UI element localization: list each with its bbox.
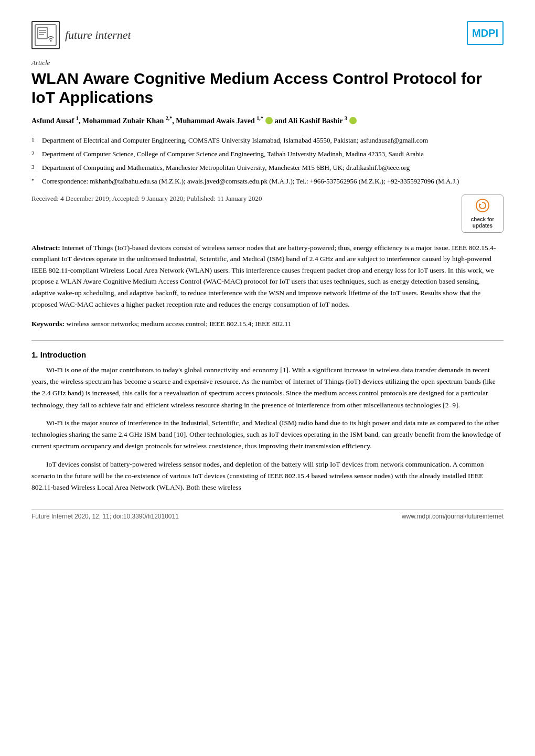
affiliation-2: 2 Department of Computer Science, Colleg… xyxy=(31,149,504,159)
journal-logo: future internet xyxy=(31,21,131,49)
section-1-title: 1. Introduction xyxy=(31,350,504,359)
affiliation-3: 3 Department of Computing and Mathematic… xyxy=(31,163,504,173)
journal-icon-svg xyxy=(34,23,58,47)
affiliation-num-1: 1 xyxy=(31,135,39,146)
section-1-label: Introduction xyxy=(40,350,86,359)
check-updates-icon xyxy=(475,198,490,215)
svg-point-5 xyxy=(50,40,52,42)
section-1-num: 1. xyxy=(31,350,38,359)
keywords-label: Keywords: xyxy=(31,320,65,328)
mdpi-label: MDPI xyxy=(472,27,498,39)
abstract-label: Abstract: xyxy=(31,244,60,252)
article-title: WLAN Aware Cognitive Medium Access Contr… xyxy=(31,69,504,107)
affiliation-text-2: Department of Computer Science, College … xyxy=(42,149,424,159)
section-divider xyxy=(31,340,504,341)
affiliation-num-3: 3 xyxy=(31,163,39,173)
affiliation-text-1: Department of Electrical and Computer En… xyxy=(42,135,428,146)
page-header: future internet MDPI xyxy=(31,21,504,49)
footer-left: Future Internet 2020, 12, 11; doi:10.339… xyxy=(31,513,179,520)
publication-dates: Received: 4 December 2019; Accepted: 9 J… xyxy=(31,195,451,203)
section-1-para-2: Wi-Fi is the major source of interferenc… xyxy=(31,417,504,452)
abstract-block: Abstract: Internet of Things (IoT)-based… xyxy=(31,242,504,310)
footer-right: www.mdpi.com/journal/futureinternet xyxy=(402,513,504,520)
check-updates-svg xyxy=(475,198,490,213)
mdpi-logo: MDPI xyxy=(467,21,504,45)
section-1-para-1: Wi-Fi is one of the major contributors t… xyxy=(31,364,504,411)
affiliation-correspondence: * Correspondence: mkhanb@taibahu.edu.sa … xyxy=(31,176,504,187)
check-updates-badge[interactable]: check forupdates xyxy=(462,195,504,233)
affiliation-num-2: 2 xyxy=(31,149,39,159)
author-and: and Ali Kashif Bashir 3 xyxy=(275,117,347,125)
affiliation-1: 1 Department of Electrical and Computer … xyxy=(31,135,504,146)
orcid-icon-1 xyxy=(265,117,273,124)
abstract-text: Internet of Things (IoT)-based devices c… xyxy=(31,244,496,308)
section-1-para-3: IoT devices consist of battery-powered w… xyxy=(31,459,504,494)
keywords-block: Keywords: wireless sensor networks; medi… xyxy=(31,318,504,330)
orcid-icon-2 xyxy=(349,117,357,124)
affiliation-num-star: * xyxy=(31,176,39,187)
journal-name: future internet xyxy=(65,28,131,42)
authors-block: Asfund Ausaf 1, Mohammad Zubair Khan 2,*… xyxy=(31,114,504,127)
affiliation-text-star: Correspondence: mkhanb@taibahu.edu.sa (M… xyxy=(42,176,459,187)
svg-rect-1 xyxy=(38,27,47,39)
journal-icon-box xyxy=(31,21,60,49)
article-type: Article xyxy=(31,59,504,67)
keywords-text: wireless sensor networks; medium access … xyxy=(66,320,291,328)
dates-row: Received: 4 December 2019; Accepted: 9 J… xyxy=(31,195,504,233)
svg-marker-7 xyxy=(479,203,482,206)
affiliations-block: 1 Department of Electrical and Computer … xyxy=(31,135,504,187)
svg-point-6 xyxy=(476,199,489,212)
author-1: Asfund Ausaf 1, Mohammad Zubair Khan 2,*… xyxy=(31,117,263,125)
svg-rect-0 xyxy=(35,25,56,46)
affiliation-text-3: Department of Computing and Mathematics,… xyxy=(42,163,410,173)
page-footer: Future Internet 2020, 12, 11; doi:10.339… xyxy=(31,509,504,520)
check-updates-label: check forupdates xyxy=(471,217,494,229)
